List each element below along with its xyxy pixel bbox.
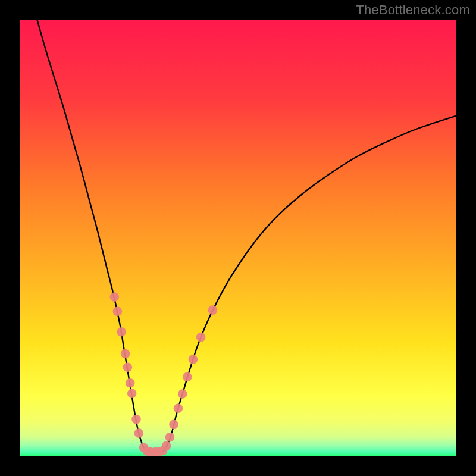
- highlight-dot: [113, 307, 123, 317]
- highlight-dot: [196, 333, 206, 342]
- highlight-dot: [178, 389, 187, 399]
- highlight-dot: [162, 441, 171, 451]
- highlight-dot: [109, 292, 119, 302]
- plot-frame: [20, 20, 456, 456]
- highlight-dot: [183, 372, 192, 382]
- highlight-dot: [189, 355, 198, 364]
- chart-stage: TheBottleneck.com: [0, 0, 476, 476]
- highlight-dot: [127, 389, 137, 399]
- plot-svg: [20, 20, 456, 456]
- highlight-dot: [208, 305, 218, 315]
- highlight-dot: [134, 428, 144, 438]
- highlight-dot: [169, 420, 178, 430]
- gradient-background: [20, 20, 456, 456]
- highlight-dot: [123, 362, 133, 372]
- highlight-dot: [174, 403, 183, 413]
- highlight-dot: [131, 415, 141, 424]
- highlight-dot: [126, 378, 135, 388]
- watermark-text: TheBottleneck.com: [356, 2, 470, 18]
- highlight-dot: [121, 349, 130, 359]
- highlight-dot: [117, 327, 126, 337]
- highlight-dot: [165, 433, 175, 442]
